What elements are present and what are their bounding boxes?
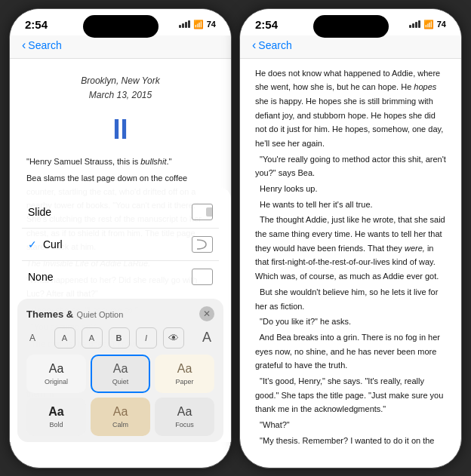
right-wifi-icon: 📶 (423, 20, 434, 29)
dynamic-island (83, 15, 159, 38)
phones-container: 2:54 📶 74 ‹ Search Brooklyn, New YorkMar… (0, 0, 471, 476)
font-size-row: A A A B I 👁 A (26, 327, 214, 349)
left-time: 2:54 (25, 18, 48, 31)
themes-title: Themes & (26, 309, 73, 320)
theme-quiet-aa: Aa (113, 362, 128, 376)
scroll-option-curl[interactable]: ✓ Curl (22, 229, 219, 261)
theme-original-aa: Aa (49, 362, 64, 376)
theme-calm-label: Calm (112, 421, 128, 428)
theme-bold[interactable]: Aa Bold (26, 398, 86, 436)
left-book-content: Brooklyn, New YorkMarch 13, 2015 II "Hen… (10, 59, 231, 442)
font-icon-2[interactable]: A (82, 327, 103, 349)
theme-calm[interactable]: Aa Calm (91, 398, 150, 436)
chapter-number: II (10, 114, 231, 146)
left-nav-bar: ‹ Search (10, 35, 231, 59)
theme-paper-label: Paper (175, 378, 193, 385)
theme-bold-aa: Aa (48, 405, 63, 419)
left-chevron-icon: ‹ (22, 38, 26, 52)
right-back-button[interactable]: ‹ Search (252, 38, 292, 52)
theme-calm-aa: Aa (113, 405, 128, 419)
theme-paper[interactable]: Aa Paper (155, 355, 214, 393)
eye-icon[interactable]: 👁 (163, 327, 184, 349)
right-phone: 2:54 📶 74 ‹ Search He does not know what… (239, 8, 462, 468)
wifi-icon: 📶 (193, 20, 204, 29)
font-small-label: A (29, 333, 35, 343)
theme-original[interactable]: Aa Original (26, 355, 86, 393)
right-time: 2:54 (255, 18, 278, 31)
scroll-option-slide[interactable]: Slide (22, 196, 219, 229)
theme-bold-label: Bold (49, 421, 63, 428)
none-label: None (28, 271, 53, 283)
theme-quiet[interactable]: Aa Quiet (91, 355, 150, 393)
left-back-button[interactable]: ‹ Search (22, 38, 62, 52)
right-signal-icon (409, 20, 420, 28)
themes-grid: Aa Original Aa Quiet Aa Paper Aa (26, 355, 214, 436)
scroll-option-none[interactable]: None (22, 261, 219, 293)
theme-quiet-label: Quiet (112, 378, 129, 385)
right-status-icons: 📶 74 (409, 20, 446, 29)
left-phone: 2:54 📶 74 ‹ Search Brooklyn, New YorkMar… (9, 8, 232, 468)
left-back-label: Search (28, 39, 61, 51)
themes-title-area: Themes & Quiet Option (26, 307, 123, 321)
right-chevron-icon: ‹ (252, 38, 256, 52)
theme-focus-label: Focus (175, 421, 194, 428)
slide-label: Slide (28, 206, 51, 218)
right-dynamic-island (313, 15, 389, 38)
battery-icon: 74 (207, 20, 216, 29)
font-controls: A A B I 👁 (54, 327, 184, 349)
curl-label: Curl (43, 238, 63, 250)
curl-checkmark: ✓ (28, 238, 37, 250)
book-location: Brooklyn, New YorkMarch 13, 2015 (10, 59, 231, 110)
font-bold-icon[interactable]: B (109, 327, 130, 349)
slide-icon (192, 204, 213, 220)
themes-header: Themes & Quiet Option ✕ (26, 306, 214, 321)
font-large-label: A (202, 330, 211, 345)
close-button[interactable]: ✕ (199, 306, 214, 321)
signal-icon (179, 20, 190, 28)
right-back-label: Search (258, 39, 291, 51)
none-icon (192, 269, 213, 285)
theme-focus-aa: Aa (177, 405, 192, 419)
overlay-panel: Slide ✓ Curl (10, 187, 231, 442)
font-icon-1[interactable]: A (54, 327, 75, 349)
right-nav-bar: ‹ Search (240, 35, 461, 59)
font-italic-icon[interactable]: I (136, 327, 157, 349)
scroll-options: Slide ✓ Curl (10, 196, 231, 293)
quiet-option-label: Quiet Option (77, 310, 124, 319)
right-book-content: He does not know what happened to Addie,… (240, 59, 461, 450)
left-status-icons: 📶 74 (179, 20, 216, 29)
curl-icon (192, 236, 213, 253)
right-battery-icon: 74 (437, 20, 446, 29)
theme-focus[interactable]: Aa Focus (155, 398, 214, 436)
theme-original-label: Original (45, 378, 68, 385)
themes-section: Themes & Quiet Option ✕ A A A B I 👁 (17, 299, 223, 442)
theme-paper-aa: Aa (177, 362, 192, 376)
